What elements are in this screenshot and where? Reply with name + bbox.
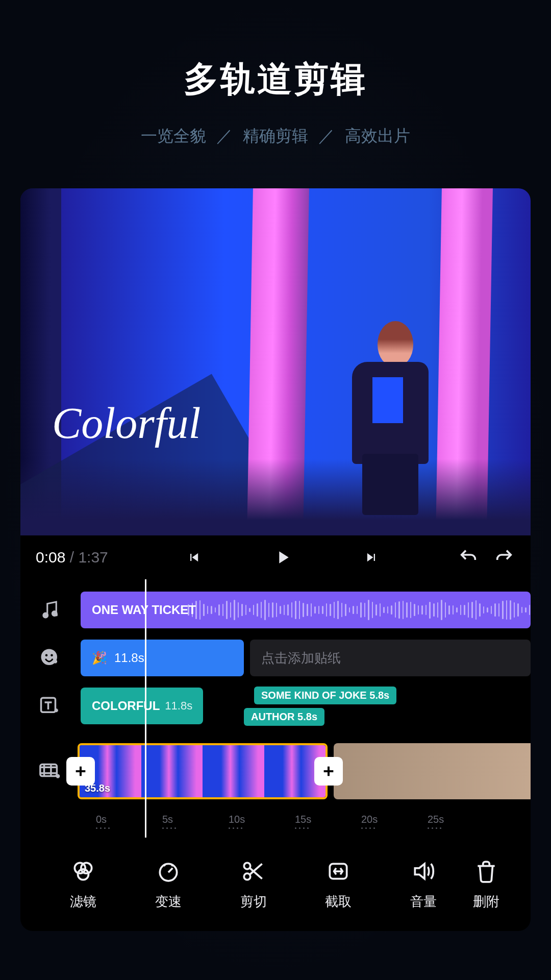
text-track-icon[interactable] bbox=[36, 692, 64, 720]
svg-point-12 bbox=[244, 873, 251, 880]
text-clip-badge-1[interactable]: SOME KIND OF JOKE 5.8s bbox=[254, 687, 396, 704]
svg-point-0 bbox=[43, 613, 48, 618]
scissors-icon bbox=[240, 858, 267, 885]
hero-subtitle: 一览全貌／ 精确剪辑／ 高效出片 bbox=[141, 125, 410, 148]
filter-icon bbox=[70, 858, 96, 885]
svg-point-3 bbox=[45, 654, 48, 656]
hero-sub-2: 精确剪辑 bbox=[243, 125, 308, 148]
sticker-time: 11.8s bbox=[114, 651, 144, 665]
crop-tool[interactable]: 截取 bbox=[303, 858, 374, 911]
text-clip-time: 11.8s bbox=[165, 699, 192, 713]
sticker-track-icon[interactable] bbox=[36, 644, 64, 672]
hero-title: 多轨道剪辑 bbox=[184, 56, 367, 103]
video-editor: Colorful 0:08 / 1:37 ONE WA bbox=[20, 188, 531, 931]
bottom-toolbar: 滤镜 变速 剪切 截取 音量 删附 bbox=[20, 838, 531, 931]
current-time: 0:08 bbox=[36, 549, 65, 566]
volume-tool[interactable]: 音量 bbox=[388, 858, 459, 911]
svg-point-9 bbox=[78, 869, 89, 880]
speed-icon bbox=[155, 858, 182, 885]
music-clip-label: ONE WAY TICKET bbox=[92, 603, 196, 617]
play-button[interactable] bbox=[271, 546, 294, 569]
svg-point-11 bbox=[244, 863, 251, 869]
svg-point-4 bbox=[51, 654, 53, 656]
speed-tool[interactable]: 变速 bbox=[133, 858, 204, 911]
time-ruler[interactable]: 0s5s10s15s20s25s bbox=[36, 810, 531, 832]
add-clip-before-button[interactable] bbox=[66, 757, 95, 786]
timecode: 0:08 / 1:37 bbox=[36, 549, 108, 566]
duration: 1:37 bbox=[78, 549, 108, 566]
filter-tool[interactable]: 滤镜 bbox=[47, 858, 119, 911]
trash-icon bbox=[473, 858, 499, 885]
text-clip-badge-2[interactable]: AUTHOR 5.8s bbox=[244, 708, 324, 726]
music-clip[interactable]: ONE WAY TICKET bbox=[81, 592, 531, 628]
transport-bar: 0:08 / 1:37 bbox=[20, 535, 531, 579]
overlay-text: Colorful bbox=[52, 398, 201, 449]
sticker-clip[interactable]: 🎉 11.8s bbox=[81, 640, 244, 676]
redo-button[interactable] bbox=[493, 546, 515, 569]
sticker-emoji: 🎉 bbox=[92, 651, 107, 665]
next-button[interactable] bbox=[360, 546, 383, 569]
volume-icon bbox=[410, 858, 437, 885]
text-clip-label: COLORFUL bbox=[92, 699, 160, 713]
add-clip-after-button[interactable] bbox=[314, 757, 343, 786]
crop-icon bbox=[325, 858, 352, 885]
waveform-icon bbox=[188, 592, 531, 628]
timeline-tracks: ONE WAY TICKET 🎉 11.8s 点击添加贴纸 bbox=[20, 579, 531, 838]
prev-button[interactable] bbox=[183, 546, 205, 569]
add-sticker-placeholder[interactable]: 点击添加贴纸 bbox=[250, 640, 531, 676]
delete-tool[interactable]: 删附 bbox=[473, 858, 514, 911]
video-clip-2[interactable] bbox=[334, 743, 531, 799]
hero-sub-1: 一览全貌 bbox=[141, 125, 206, 148]
undo-button[interactable] bbox=[457, 546, 480, 569]
music-track-icon[interactable] bbox=[36, 596, 64, 624]
svg-point-8 bbox=[81, 863, 92, 873]
video-preview[interactable]: Colorful bbox=[20, 188, 531, 535]
video-track-icon[interactable] bbox=[36, 757, 64, 786]
hero-sub-3: 高效出片 bbox=[345, 125, 410, 148]
text-clip-main[interactable]: COLORFUL 11.8s bbox=[81, 688, 203, 724]
svg-rect-6 bbox=[40, 765, 57, 776]
cut-tool[interactable]: 剪切 bbox=[218, 858, 289, 911]
person-figure bbox=[337, 321, 434, 515]
video-clip-selected[interactable]: 35.8s bbox=[78, 743, 328, 799]
